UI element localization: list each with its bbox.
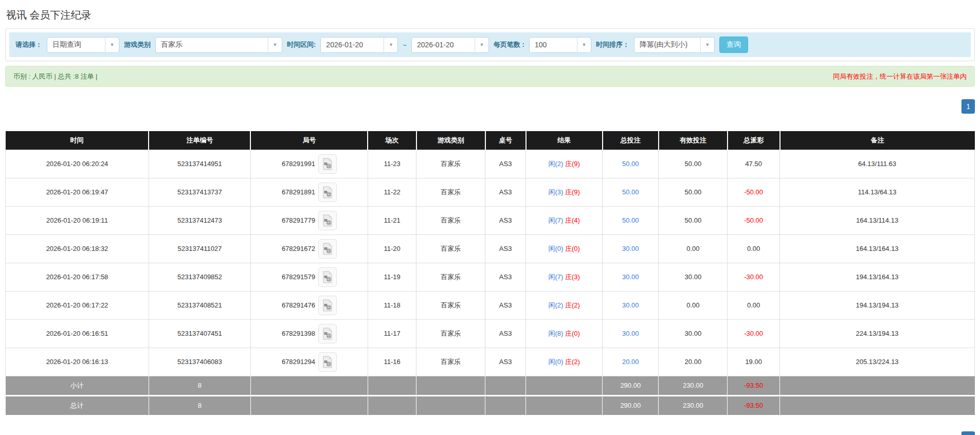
cell-result: 闲(0) 庄(0) [526, 234, 603, 263]
result-banker: 庄(2) [565, 358, 580, 366]
video-replay-button[interactable] [318, 267, 337, 287]
result-player: 闲(0) [548, 358, 563, 366]
page-size-value[interactable]: 100 [530, 38, 577, 52]
game-type-label: 游戏类别 [124, 40, 151, 49]
query-type-select[interactable]: 日期查询 ▼ [47, 37, 119, 53]
date-to-select[interactable]: 2026-01-20 ▼ [411, 37, 489, 53]
subtotal-cell [780, 376, 975, 395]
date-to-value[interactable]: 2026-01-20 [412, 38, 475, 52]
cell-game-type: 百家乐 [416, 263, 485, 291]
chevron-down-icon[interactable]: ▼ [475, 38, 488, 52]
sort-order-value[interactable]: 降冪(由大到小) [634, 38, 700, 52]
query-type-value[interactable]: 日期查询 [47, 38, 105, 52]
result-banker: 庄(4) [565, 216, 580, 224]
page-size-select[interactable]: 100 ▼ [529, 37, 591, 53]
total-cell [485, 395, 526, 415]
video-replay-button[interactable] [318, 352, 337, 372]
total-bet-link[interactable]: 30.00 [622, 273, 639, 281]
result-banker: 庄(9) [565, 188, 580, 196]
total-bet-link[interactable]: 30.00 [622, 245, 639, 252]
column-header: 有效投注 [659, 131, 728, 150]
cell-game-type: 百家乐 [416, 150, 485, 178]
total-bet-link[interactable]: 50.00 [622, 216, 639, 224]
total-bet-link[interactable]: 30.00 [622, 330, 639, 337]
page-1-button[interactable]: 1 [961, 431, 975, 435]
cell-valid-bet: 0.00 [659, 291, 728, 319]
cell-session: 11-19 [368, 263, 416, 291]
cell-round-id: 678291476 [250, 291, 368, 319]
cell-valid-bet: 30.00 [659, 263, 728, 291]
video-replay-button[interactable] [318, 211, 337, 230]
cell-bet-id: 523137411027 [149, 234, 250, 263]
cell-bet-id: 523137413737 [149, 178, 250, 206]
cell-time: 2026-01-20 06:16:51 [6, 319, 149, 348]
total-cell [526, 395, 603, 415]
cell-result: 闲(2) 庄(9) [526, 150, 603, 178]
total-bet-link[interactable]: 50.00 [622, 188, 639, 196]
video-replay-button[interactable] [318, 239, 337, 259]
game-type-select[interactable]: 百家乐 ▼ [155, 37, 282, 53]
result-player: 闲(2) [548, 160, 563, 168]
result-player: 闲(8) [548, 330, 563, 337]
bet-records-table: 时间注单编号局号场次游戏类别桌号结果总投注有效投注总派彩备注 2026-01-2… [5, 131, 975, 415]
cell-table-number: AS3 [485, 206, 526, 234]
cell-table-number: AS3 [485, 291, 526, 319]
sort-order-select[interactable]: 降冪(由大到小) ▼ [634, 37, 715, 53]
date-from-select[interactable]: 2026-01-20 ▼ [320, 37, 398, 53]
table-row: 2026-01-20 06:20:24523137414951678291991… [6, 150, 975, 178]
filter-bar: 请选择： 日期查询 ▼ 游戏类别 百家乐 ▼ 时间区间: 2026-01-20 … [9, 32, 971, 57]
chevron-down-icon[interactable]: ▼ [700, 38, 714, 52]
result-banker: 庄(9) [565, 160, 580, 168]
total-bet-link[interactable]: 20.00 [622, 358, 639, 366]
total-cell: 8 [149, 395, 250, 415]
cell-total-bet: 20.00 [603, 348, 659, 376]
cell-time: 2026-01-20 06:18:32 [6, 234, 149, 263]
cell-bet-id: 523137408521 [149, 291, 250, 319]
chevron-down-icon[interactable]: ▼ [384, 38, 397, 52]
total-cell [250, 395, 368, 415]
chevron-down-icon[interactable]: ▼ [105, 38, 119, 52]
round-number: 678291891 [282, 188, 315, 196]
cell-time: 2026-01-20 06:17:58 [6, 263, 149, 291]
cell-session: 11-16 [368, 348, 416, 376]
total-cell [368, 395, 416, 415]
cell-game-type: 百家乐 [416, 178, 485, 206]
table-row: 2026-01-20 06:17:22523137408521678291476… [6, 291, 975, 319]
result-player: 闲(3) [548, 188, 563, 196]
table-row: 2026-01-20 06:19:11523137412473678291779… [6, 206, 975, 234]
cell-round-id: 678291991 [250, 150, 368, 178]
video-replay-button[interactable] [318, 154, 337, 174]
cell-table-number: AS3 [485, 263, 526, 291]
chevron-down-icon[interactable]: ▼ [268, 38, 282, 52]
cell-bet-id: 523137414951 [149, 150, 250, 178]
page-1-button[interactable]: 1 [961, 99, 975, 114]
total-bet-link[interactable]: 30.00 [622, 301, 639, 309]
pagination-top: 1 [5, 99, 975, 114]
round-number: 678291672 [282, 245, 315, 252]
video-replay-button[interactable] [318, 183, 337, 202]
cell-game-type: 百家乐 [416, 234, 485, 263]
table-row: 2026-01-20 06:17:58523137409852678291579… [6, 263, 975, 291]
cell-session: 11-20 [368, 234, 416, 263]
query-button[interactable]: 查询 [719, 37, 748, 53]
date-from-value[interactable]: 2026-01-20 [321, 38, 384, 52]
table-row: 2026-01-20 06:18:32523137411027678291672… [6, 234, 975, 263]
page-title: 视讯 会员下注纪录 [6, 8, 974, 22]
game-type-value[interactable]: 百家乐 [156, 38, 268, 52]
cell-session: 11-22 [368, 178, 416, 206]
total-bet-link[interactable]: 50.00 [622, 160, 639, 168]
cell-round-id: 678291779 [250, 206, 368, 234]
chevron-down-icon[interactable]: ▼ [577, 38, 591, 52]
video-replay-button[interactable] [318, 296, 337, 315]
video-icon [322, 328, 333, 340]
cell-total-bet: 50.00 [603, 206, 659, 234]
total-cell: -93.50 [728, 395, 780, 415]
video-replay-button[interactable] [318, 324, 337, 343]
column-header: 总派彩 [728, 131, 780, 150]
subtotal-cell [368, 376, 416, 395]
cell-result: 闲(2) 庄(2) [526, 291, 603, 319]
sort-order-label: 时间排序： [596, 40, 629, 49]
time-range-label: 时间区间: [287, 40, 316, 49]
total-cell [416, 395, 485, 415]
cell-round-id: 678291294 [250, 348, 368, 376]
